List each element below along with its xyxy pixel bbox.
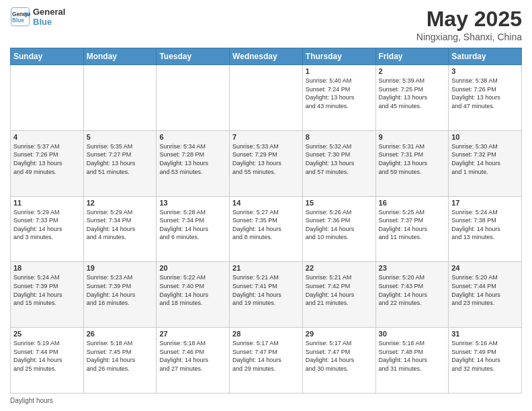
day-info: Sunrise: 5:26 AM Sunset: 7:36 PM Dayligh…	[306, 208, 373, 242]
calendar-cell: 30Sunrise: 5:16 AM Sunset: 7:48 PM Dayli…	[375, 328, 449, 394]
day-info: Sunrise: 5:27 AM Sunset: 7:35 PM Dayligh…	[232, 208, 300, 242]
day-number: 13	[159, 199, 226, 207]
calendar-cell: 9Sunrise: 5:31 AM Sunset: 7:31 PM Daylig…	[375, 130, 449, 196]
day-number: 4	[13, 133, 81, 141]
calendar-cell: 21Sunrise: 5:21 AM Sunset: 7:41 PM Dayli…	[230, 262, 303, 328]
day-number: 10	[451, 133, 519, 141]
calendar-cell	[157, 65, 230, 131]
day-info: Sunrise: 5:40 AM Sunset: 7:24 PM Dayligh…	[306, 77, 373, 110]
day-info: Sunrise: 5:24 AM Sunset: 7:38 PM Dayligh…	[451, 208, 519, 242]
day-number: 6	[159, 133, 226, 141]
day-number: 22	[306, 264, 373, 272]
day-number: 8	[306, 133, 373, 141]
day-number: 2	[379, 67, 446, 75]
day-number: 30	[379, 330, 446, 338]
calendar-cell	[230, 65, 303, 131]
week-row-2: 11Sunrise: 5:29 AM Sunset: 7:33 PM Dayli…	[11, 196, 522, 262]
day-info: Sunrise: 5:30 AM Sunset: 7:32 PM Dayligh…	[451, 142, 519, 176]
day-info: Sunrise: 5:29 AM Sunset: 7:34 PM Dayligh…	[87, 208, 154, 242]
calendar-cell: 26Sunrise: 5:18 AM Sunset: 7:45 PM Dayli…	[83, 328, 157, 394]
week-row-4: 25Sunrise: 5:19 AM Sunset: 7:44 PM Dayli…	[11, 328, 522, 394]
week-row-3: 18Sunrise: 5:24 AM Sunset: 7:39 PM Dayli…	[11, 262, 522, 328]
day-number: 12	[87, 199, 154, 207]
calendar-cell	[11, 65, 84, 131]
weekday-header-tuesday: Tuesday	[157, 48, 230, 65]
calendar-cell: 20Sunrise: 5:22 AM Sunset: 7:40 PM Dayli…	[157, 262, 230, 328]
logo-text: General Blue	[33, 7, 65, 27]
calendar-cell: 15Sunrise: 5:26 AM Sunset: 7:36 PM Dayli…	[302, 196, 375, 262]
day-number: 21	[232, 264, 300, 272]
day-info: Sunrise: 5:23 AM Sunset: 7:39 PM Dayligh…	[87, 273, 154, 307]
weekday-header-saturday: Saturday	[449, 48, 522, 65]
week-row-0: 1Sunrise: 5:40 AM Sunset: 7:24 PM Daylig…	[11, 65, 522, 131]
day-number: 9	[379, 133, 446, 141]
calendar-cell: 11Sunrise: 5:29 AM Sunset: 7:33 PM Dayli…	[11, 196, 84, 262]
calendar-cell: 4Sunrise: 5:37 AM Sunset: 7:26 PM Daylig…	[11, 130, 84, 196]
day-info: Sunrise: 5:16 AM Sunset: 7:48 PM Dayligh…	[379, 339, 446, 373]
day-info: Sunrise: 5:17 AM Sunset: 7:47 PM Dayligh…	[232, 339, 300, 373]
day-info: Sunrise: 5:21 AM Sunset: 7:41 PM Dayligh…	[232, 273, 300, 307]
calendar-cell: 17Sunrise: 5:24 AM Sunset: 7:38 PM Dayli…	[449, 196, 522, 262]
calendar-cell: 24Sunrise: 5:20 AM Sunset: 7:44 PM Dayli…	[449, 262, 522, 328]
day-info: Sunrise: 5:18 AM Sunset: 7:45 PM Dayligh…	[87, 339, 154, 373]
day-info: Sunrise: 5:34 AM Sunset: 7:28 PM Dayligh…	[159, 142, 226, 176]
calendar-cell: 28Sunrise: 5:17 AM Sunset: 7:47 PM Dayli…	[230, 328, 303, 394]
day-info: Sunrise: 5:39 AM Sunset: 7:25 PM Dayligh…	[379, 77, 446, 110]
location-subtitle: Ningxiang, Shanxi, China	[416, 32, 522, 42]
calendar-cell	[83, 65, 157, 131]
day-info: Sunrise: 5:25 AM Sunset: 7:37 PM Dayligh…	[379, 208, 446, 242]
footer: Daylight hours	[10, 397, 522, 404]
weekday-header-row: SundayMondayTuesdayWednesdayThursdayFrid…	[11, 48, 522, 65]
day-number: 27	[159, 330, 226, 338]
day-info: Sunrise: 5:32 AM Sunset: 7:30 PM Dayligh…	[306, 142, 373, 176]
weekday-header-sunday: Sunday	[11, 48, 84, 65]
calendar-cell: 10Sunrise: 5:30 AM Sunset: 7:32 PM Dayli…	[449, 130, 522, 196]
day-info: Sunrise: 5:16 AM Sunset: 7:49 PM Dayligh…	[451, 339, 519, 373]
day-number: 15	[306, 199, 373, 207]
logo: General Blue General Blue	[10, 7, 65, 27]
calendar-cell: 3Sunrise: 5:38 AM Sunset: 7:26 PM Daylig…	[449, 65, 522, 131]
day-info: Sunrise: 5:31 AM Sunset: 7:31 PM Dayligh…	[379, 142, 446, 176]
day-info: Sunrise: 5:33 AM Sunset: 7:29 PM Dayligh…	[232, 142, 300, 176]
calendar-cell: 25Sunrise: 5:19 AM Sunset: 7:44 PM Dayli…	[11, 328, 84, 394]
title-area: May 2025 Ningxiang, Shanxi, China	[416, 7, 522, 42]
weekday-header-friday: Friday	[375, 48, 449, 65]
calendar-cell: 8Sunrise: 5:32 AM Sunset: 7:30 PM Daylig…	[302, 130, 375, 196]
day-number: 3	[451, 67, 519, 75]
day-info: Sunrise: 5:18 AM Sunset: 7:46 PM Dayligh…	[159, 339, 226, 373]
week-row-1: 4Sunrise: 5:37 AM Sunset: 7:26 PM Daylig…	[11, 130, 522, 196]
day-info: Sunrise: 5:20 AM Sunset: 7:44 PM Dayligh…	[451, 273, 519, 307]
calendar-cell: 19Sunrise: 5:23 AM Sunset: 7:39 PM Dayli…	[83, 262, 157, 328]
day-info: Sunrise: 5:38 AM Sunset: 7:26 PM Dayligh…	[451, 77, 519, 110]
day-number: 23	[379, 264, 446, 272]
day-number: 16	[379, 199, 446, 207]
day-info: Sunrise: 5:29 AM Sunset: 7:33 PM Dayligh…	[13, 208, 81, 242]
calendar-cell: 27Sunrise: 5:18 AM Sunset: 7:46 PM Dayli…	[157, 328, 230, 394]
day-number: 5	[87, 133, 154, 141]
calendar-cell: 23Sunrise: 5:20 AM Sunset: 7:43 PM Dayli…	[375, 262, 449, 328]
day-number: 31	[451, 330, 519, 338]
day-info: Sunrise: 5:37 AM Sunset: 7:26 PM Dayligh…	[13, 142, 81, 176]
calendar-cell: 7Sunrise: 5:33 AM Sunset: 7:29 PM Daylig…	[230, 130, 303, 196]
day-number: 26	[87, 330, 154, 338]
day-info: Sunrise: 5:17 AM Sunset: 7:47 PM Dayligh…	[306, 339, 373, 373]
page: General Blue General Blue May 2025 Ningx…	[0, 0, 532, 411]
weekday-header-monday: Monday	[83, 48, 157, 65]
weekday-header-thursday: Thursday	[302, 48, 375, 65]
day-info: Sunrise: 5:20 AM Sunset: 7:43 PM Dayligh…	[379, 273, 446, 307]
day-info: Sunrise: 5:22 AM Sunset: 7:40 PM Dayligh…	[159, 273, 226, 307]
day-info: Sunrise: 5:24 AM Sunset: 7:39 PM Dayligh…	[13, 273, 81, 307]
day-number: 20	[159, 264, 226, 272]
day-number: 18	[13, 264, 81, 272]
day-info: Sunrise: 5:21 AM Sunset: 7:42 PM Dayligh…	[306, 273, 373, 307]
calendar-cell: 2Sunrise: 5:39 AM Sunset: 7:25 PM Daylig…	[375, 65, 449, 131]
header: General Blue General Blue May 2025 Ningx…	[10, 7, 522, 42]
day-number: 7	[232, 133, 300, 141]
day-number: 19	[87, 264, 154, 272]
day-info: Sunrise: 5:35 AM Sunset: 7:27 PM Dayligh…	[87, 142, 154, 176]
daylight-hours-label: Daylight hours	[10, 397, 53, 404]
month-title: May 2025	[416, 7, 522, 32]
calendar-cell: 12Sunrise: 5:29 AM Sunset: 7:34 PM Dayli…	[83, 196, 157, 262]
day-number: 17	[451, 199, 519, 207]
day-info: Sunrise: 5:19 AM Sunset: 7:44 PM Dayligh…	[13, 339, 81, 373]
